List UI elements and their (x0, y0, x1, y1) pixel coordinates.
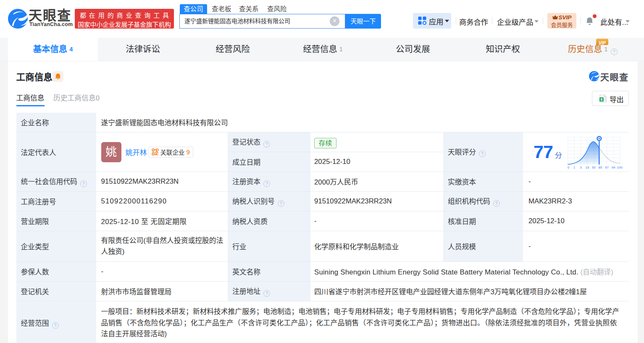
svg-text:85: 85 (598, 166, 602, 169)
svg-text:0: 0 (568, 166, 570, 169)
svg-text:50: 50 (592, 166, 596, 169)
svg-text:3: 3 (580, 166, 582, 169)
svg-text:企: 企 (154, 150, 158, 156)
svg-text:100: 100 (617, 166, 623, 169)
svg-text:15: 15 (585, 166, 589, 169)
svg-text:1: 1 (573, 166, 576, 169)
svg-text:97: 97 (605, 166, 609, 169)
svg-text:99: 99 (611, 166, 615, 169)
